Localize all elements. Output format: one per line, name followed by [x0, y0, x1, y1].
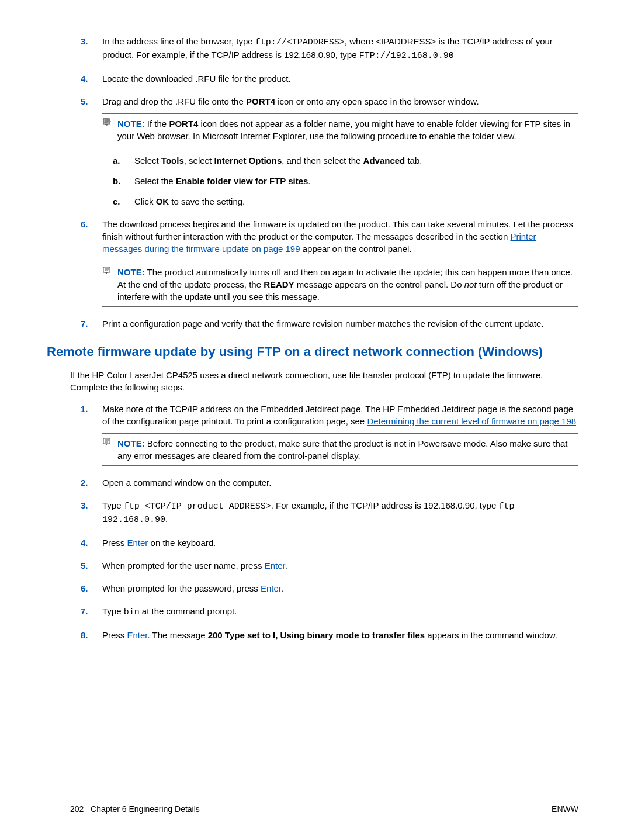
footer-right: ENWW — [552, 804, 578, 815]
note-label: NOTE: — [117, 119, 145, 129]
text-fragment: Type — [102, 500, 124, 510]
substep-text: Select Tools, select Internet Options, a… — [134, 155, 422, 165]
text-fragment: If the — [147, 119, 169, 129]
note-block: NOTE: The product automatically turns of… — [102, 262, 578, 307]
text-fragment: . — [281, 583, 283, 593]
bstep-5: 5. When prompted for the user name, pres… — [70, 559, 578, 572]
bstep-1: 1. Make note of the TCP/IP address on th… — [70, 403, 578, 466]
text-fragment: . — [165, 514, 168, 524]
bstep-3: 3. Type ftp <TCP/IP product ADDRESS>. Fo… — [70, 499, 578, 526]
note-text: NOTE: Before connecting to the product, … — [117, 437, 578, 462]
step-text: When prompted for the user name, press E… — [102, 561, 287, 571]
bold-fragment: READY — [264, 279, 294, 289]
step-number: 6. — [81, 218, 88, 230]
step-number: 1. — [81, 403, 88, 415]
bold-fragment: Tools — [161, 155, 184, 165]
text-fragment: appear on the control panel. — [300, 244, 412, 254]
step-text: Open a command window on the computer. — [102, 478, 271, 488]
step-text: The download process begins and the firm… — [102, 219, 573, 254]
text-fragment: on the keyboard. — [148, 538, 216, 548]
text-fragment: . — [285, 561, 287, 571]
text-fragment: Type — [102, 606, 124, 616]
text-fragment: Drag and drop the .RFU file onto the — [102, 96, 246, 106]
step-7: 7. Print a configuration page and verify… — [70, 317, 578, 330]
step-text: Make note of the TCP/IP address on the E… — [102, 404, 576, 426]
text-fragment: at the command prompt. — [140, 606, 237, 616]
note-block: NOTE: If the PORT4 icon does not appear … — [102, 113, 578, 146]
text-fragment: , and then select the — [282, 155, 363, 165]
step-3: 3. In the address line of the browser, t… — [70, 35, 578, 62]
step-number: 4. — [81, 537, 88, 549]
step-number: 2. — [81, 476, 88, 489]
page-footer: 202 Chapter 6 Engineering Details ENWW — [70, 804, 578, 815]
text-fragment: Press — [102, 538, 127, 548]
enter-key: Enter — [261, 583, 281, 593]
step-number: 5. — [81, 95, 88, 108]
note-block: NOTE: Before connecting to the product, … — [102, 433, 578, 466]
step-text: Press Enter on the keyboard. — [102, 538, 216, 548]
text-fragment: The download process begins and the firm… — [102, 219, 573, 241]
text-fragment: to save the setting. — [169, 196, 245, 206]
bold-fragment: PORT4 — [169, 119, 198, 129]
bstep-4: 4. Press Enter on the keyboard. — [70, 537, 578, 549]
text-fragment: icon or onto any open space in the brows… — [275, 96, 479, 106]
bold-fragment: PORT4 — [246, 96, 275, 106]
second-list: 1. Make note of the TCP/IP address on th… — [70, 403, 578, 641]
text-fragment: Before connecting to the product, make s… — [117, 438, 567, 461]
text-fragment: message appears on the control panel. Do — [294, 279, 464, 289]
bold-fragment: Enable folder view for FTP sites — [176, 176, 308, 186]
step-text: In the address line of the browser, type… — [102, 36, 553, 60]
note-label: NOTE: — [117, 267, 145, 277]
text-fragment: When prompted for the user name, press — [102, 561, 265, 571]
text-fragment: Click — [134, 196, 156, 206]
bstep-6: 6. When prompted for the password, press… — [70, 582, 578, 594]
italic-fragment: not — [464, 279, 477, 289]
substep-text: Click OK to save the setting. — [134, 196, 245, 206]
text-fragment: In the address line of the browser, type — [102, 36, 255, 46]
step-number: 3. — [81, 499, 88, 511]
note-icon — [102, 437, 114, 450]
bold-fragment: OK — [156, 196, 169, 206]
step-number: 7. — [81, 605, 88, 617]
text-fragment: . — [308, 176, 310, 186]
step-number: 3. — [81, 35, 88, 47]
substep-letter: b. — [113, 175, 120, 187]
step-text: Drag and drop the .RFU file onto the POR… — [102, 96, 479, 106]
note-label: NOTE: — [117, 438, 145, 448]
text-fragment: Select the — [134, 176, 176, 186]
step-number: 8. — [81, 629, 88, 641]
bstep-2: 2. Open a command window on the computer… — [70, 476, 578, 489]
step-text: Print a configuration page and verify th… — [102, 319, 543, 329]
step-5: 5. Drag and drop the .RFU file onto the … — [70, 95, 578, 208]
step-number: 5. — [81, 559, 88, 572]
step-number: 4. — [81, 72, 88, 85]
text-fragment: tab. — [405, 155, 422, 165]
step-6: 6. The download process begins and the f… — [70, 218, 578, 307]
bold-fragment: Advanced — [363, 155, 405, 165]
text-fragment: . For example, if the TCP/IP address is … — [271, 500, 499, 510]
code-fragment: bin — [124, 607, 140, 617]
code-fragment: ftp://<IPADDRESS> — [255, 37, 345, 47]
text-fragment: , select — [184, 155, 214, 165]
text-fragment: . The message — [148, 630, 208, 640]
substep-letter: c. — [113, 195, 120, 208]
footer-left: 202 Chapter 6 Engineering Details — [70, 804, 200, 815]
text-fragment: Press — [102, 630, 127, 640]
enter-key: Enter — [265, 561, 285, 571]
bstep-7: 7. Type bin at the command prompt. — [70, 605, 578, 618]
code-fragment: FTP://192.168.0.90 — [359, 51, 454, 61]
text-fragment: Select — [134, 155, 161, 165]
enter-key: Enter — [127, 630, 148, 640]
step-4: 4. Locate the downloaded .RFU file for t… — [70, 72, 578, 85]
link-determining-firmware[interactable]: Determining the current level of firmwar… — [367, 416, 576, 426]
bstep-8: 8. Press Enter. The message 200 Type set… — [70, 629, 578, 641]
substep-c: c. Click OK to save the setting. — [102, 195, 578, 208]
note-text: NOTE: The product automatically turns of… — [117, 266, 578, 303]
step-text: When prompted for the password, press En… — [102, 583, 283, 593]
chapter-label: Chapter 6 Engineering Details — [91, 804, 200, 814]
step-text: Press Enter. The message 200 Type set to… — [102, 630, 557, 640]
substep-b: b. Select the Enable folder view for FTP… — [102, 175, 578, 187]
step-number: 6. — [81, 582, 88, 594]
step-text: Type bin at the command prompt. — [102, 606, 237, 616]
note-icon — [102, 266, 114, 278]
